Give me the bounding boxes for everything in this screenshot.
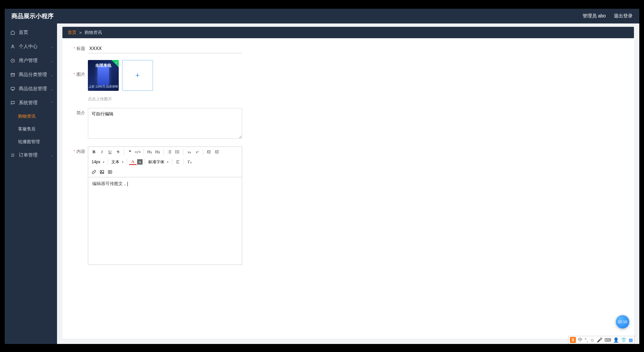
- form-area: 标题 图片 全球来电 上新 1200万 品质保障: [62, 38, 634, 339]
- ime-bar: S 中 °, ☺ 🎤 ⌨ 👤 👕 ▦: [568, 336, 635, 344]
- chevron-down-icon: ⌄: [50, 154, 53, 157]
- text-style-select[interactable]: 文本▾: [110, 159, 125, 165]
- video-button[interactable]: [106, 168, 114, 176]
- user-icon: [10, 44, 15, 49]
- image-button[interactable]: [98, 168, 106, 176]
- sidebar-item-orders[interactable]: 订单管理 ⌄: [5, 148, 57, 162]
- sidebar-item-label: 商品分类管理: [19, 72, 47, 78]
- plus-icon: +: [136, 71, 140, 80]
- link-button[interactable]: [90, 168, 98, 176]
- superscript-button[interactable]: x²: [194, 148, 201, 156]
- home-icon: [10, 30, 15, 35]
- chat-icon: [10, 100, 15, 106]
- sidebar-item-label: 用户管理: [19, 58, 38, 64]
- upload-button[interactable]: +: [122, 60, 153, 91]
- chevron-down-icon: ⌄: [50, 87, 53, 91]
- font-color-button[interactable]: A: [129, 159, 137, 165]
- svg-point-5: [176, 152, 176, 152]
- ime-keyboard-icon[interactable]: ⌨: [604, 337, 611, 343]
- ime-skin-icon[interactable]: 👕: [621, 337, 627, 343]
- strike-button[interactable]: S: [114, 148, 122, 156]
- breadcrumb-sep: >: [79, 30, 82, 35]
- image-label: 图片: [68, 60, 88, 77]
- underline-button[interactable]: U: [106, 148, 114, 156]
- sidebar-item-product[interactable]: 商品信息管理 ⌄: [5, 82, 57, 96]
- sidebar-item-category[interactable]: 商品分类管理 ⌄: [5, 68, 57, 82]
- ime-lang[interactable]: 中: [578, 337, 583, 343]
- italic-button[interactable]: I: [98, 148, 106, 156]
- ordered-list-button[interactable]: [166, 148, 173, 156]
- align-button[interactable]: [174, 158, 181, 166]
- editor-toolbar: B I U S ❝ </> H₁ H₂: [88, 147, 242, 177]
- breadcrumb-home[interactable]: 首页: [68, 30, 76, 36]
- sidebar: 首页 个人中心 ⌄ 用户管理 ⌄ 商品分类管理 ⌄ 商品信息管理 ⌄: [5, 23, 57, 344]
- breadcrumb: 首页 > 购物资讯: [62, 27, 634, 38]
- ime-emoji-icon[interactable]: ☺: [590, 337, 595, 343]
- sidebar-item-label: 个人中心: [19, 44, 38, 50]
- upload-hint: 点击上传图片: [88, 96, 629, 102]
- title-input[interactable]: [88, 44, 242, 53]
- editor-body[interactable]: 编辑器可传图文，: [88, 177, 242, 265]
- chevron-down-icon: ⌄: [50, 59, 53, 63]
- h2-button[interactable]: H₂: [154, 148, 161, 156]
- outdent-button[interactable]: [205, 148, 213, 156]
- sidebar-item-system[interactable]: 系统管理 ⌃: [5, 96, 57, 110]
- quote-button[interactable]: ❝: [126, 148, 133, 156]
- sidebar-sub-carousel[interactable]: 轮播图管理: [5, 135, 57, 148]
- monitor-icon: [10, 86, 15, 92]
- indent-button[interactable]: [213, 148, 221, 156]
- sidebar-sub-aftersale[interactable]: 客服售后: [5, 123, 57, 135]
- sogou-logo-icon[interactable]: S: [570, 337, 576, 343]
- intro-label: 简介: [68, 108, 88, 116]
- sidebar-item-home[interactable]: 首页: [5, 25, 57, 40]
- h1-button[interactable]: H₁: [146, 148, 153, 156]
- intro-textarea[interactable]: [88, 108, 242, 139]
- svg-point-0: [12, 45, 14, 47]
- clear-format-button[interactable]: Tₓ: [186, 158, 193, 166]
- sidebar-sub-shopping-news[interactable]: 购物资讯: [5, 110, 57, 123]
- sidebar-item-label: 首页: [19, 30, 28, 36]
- sidebar-item-personal[interactable]: 个人中心 ⌄: [5, 40, 57, 54]
- svg-point-4: [176, 151, 176, 151]
- sidebar-item-label: 系统管理: [19, 100, 38, 106]
- timer-badge[interactable]: 02:10: [616, 315, 629, 329]
- svg-rect-3: [11, 87, 15, 90]
- sidebar-item-label: 订单管理: [19, 152, 38, 158]
- title-label: 标题: [68, 44, 88, 52]
- svg-rect-2: [11, 73, 15, 76]
- ime-person-icon[interactable]: 👤: [613, 337, 619, 343]
- font-family-select[interactable]: 标准字体▾: [147, 159, 170, 165]
- chevron-down-icon: ⌄: [50, 73, 53, 77]
- clock-icon: [10, 58, 15, 63]
- logout-link[interactable]: 退出登录: [614, 13, 633, 19]
- admin-label[interactable]: 管理员 abo: [583, 13, 606, 19]
- tabs-icon: [10, 72, 15, 77]
- content-label: 内容: [68, 146, 88, 155]
- ime-grid-icon[interactable]: ▦: [629, 337, 633, 343]
- ime-mic-icon[interactable]: 🎤: [597, 337, 602, 343]
- rich-editor: B I U S ❝ </> H₁ H₂: [88, 146, 242, 265]
- sidebar-item-user-mgmt[interactable]: 用户管理 ⌄: [5, 54, 57, 68]
- text-cursor: [127, 182, 128, 186]
- check-icon: ✓: [115, 60, 118, 65]
- list-icon: [10, 153, 15, 158]
- code-button[interactable]: </>: [134, 148, 142, 156]
- uploaded-thumbnail[interactable]: 全球来电 上新 1200万 品质保障 ✓: [88, 60, 119, 91]
- chevron-up-icon: ⌃: [50, 101, 53, 105]
- bold-button[interactable]: B: [90, 148, 98, 156]
- unordered-list-button[interactable]: [174, 148, 181, 156]
- sidebar-item-label: 商品信息管理: [19, 86, 47, 92]
- thumb-sub: 上新 1200万 品质保障: [88, 84, 119, 89]
- svg-point-6: [176, 153, 176, 153]
- chevron-down-icon: ⌄: [50, 45, 53, 49]
- bg-color-button[interactable]: A: [137, 159, 143, 165]
- ime-punct[interactable]: °,: [585, 337, 588, 343]
- breadcrumb-current: 购物资讯: [85, 30, 102, 36]
- svg-rect-7: [100, 170, 104, 173]
- app-brand: 商品展示小程序: [11, 12, 54, 20]
- subscript-button[interactable]: x₂: [185, 148, 193, 156]
- top-bar: 商品展示小程序 管理员 abo 退出登录: [5, 9, 639, 23]
- font-size-select[interactable]: 14px▾: [90, 160, 106, 164]
